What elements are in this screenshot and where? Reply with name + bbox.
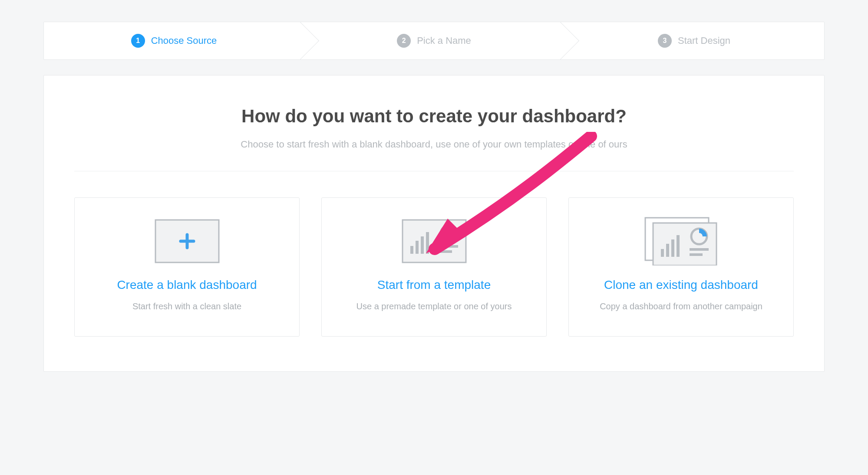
step-label: Pick a Name [417, 35, 471, 46]
option-title: Start from a template [335, 277, 533, 292]
blank-dashboard-icon [88, 217, 286, 265]
option-description: Use a premade template or one of yours [335, 300, 533, 312]
option-start-from-template[interactable]: Start from a template Use a premade temp… [321, 197, 547, 337]
svg-rect-5 [416, 241, 419, 254]
step-number-badge: 3 [658, 34, 672, 48]
option-create-blank-dashboard[interactable]: Create a blank dashboard Start fresh wit… [74, 197, 300, 337]
divider [74, 171, 794, 171]
svg-rect-21 [690, 253, 703, 256]
svg-rect-13 [653, 223, 716, 265]
choose-source-panel: How do you want to create your dashboard… [43, 75, 825, 372]
svg-rect-20 [690, 248, 709, 251]
option-description: Copy a dashboard from another campaign [582, 300, 780, 312]
svg-rect-10 [439, 245, 458, 248]
panel-subtitle: Choose to start fresh with a blank dashb… [74, 139, 794, 150]
wizard-stepper: 1 Choose Source 2 Pick a Name 3 Start De… [43, 22, 825, 60]
step-pick-a-name[interactable]: 2 Pick a Name [304, 22, 564, 59]
source-options: Create a blank dashboard Start fresh wit… [74, 197, 794, 337]
step-number-badge: 1 [131, 34, 145, 48]
svg-point-19 [696, 233, 703, 240]
svg-rect-6 [421, 236, 424, 254]
svg-rect-15 [666, 244, 669, 257]
step-label: Choose Source [151, 35, 217, 46]
svg-rect-7 [426, 232, 429, 254]
option-title: Create a blank dashboard [88, 277, 286, 292]
svg-rect-4 [410, 246, 413, 254]
panel-title: How do you want to create your dashboard… [74, 106, 794, 127]
svg-rect-11 [439, 250, 452, 253]
svg-rect-3 [403, 220, 466, 262]
step-choose-source[interactable]: 1 Choose Source [44, 22, 304, 59]
svg-rect-14 [661, 249, 664, 257]
svg-rect-16 [671, 239, 674, 257]
step-label: Start Design [678, 35, 730, 46]
step-number-badge: 2 [397, 34, 411, 48]
option-title: Clone an existing dashboard [582, 277, 780, 292]
option-clone-existing-dashboard[interactable]: Clone an existing dashboard Copy a dashb… [568, 197, 794, 337]
svg-point-9 [445, 230, 452, 237]
clone-dashboard-icon [582, 217, 780, 265]
option-description: Start fresh with a clean slate [88, 300, 286, 312]
template-icon [335, 217, 533, 265]
svg-rect-17 [677, 235, 680, 257]
step-start-design[interactable]: 3 Start Design [564, 22, 824, 59]
